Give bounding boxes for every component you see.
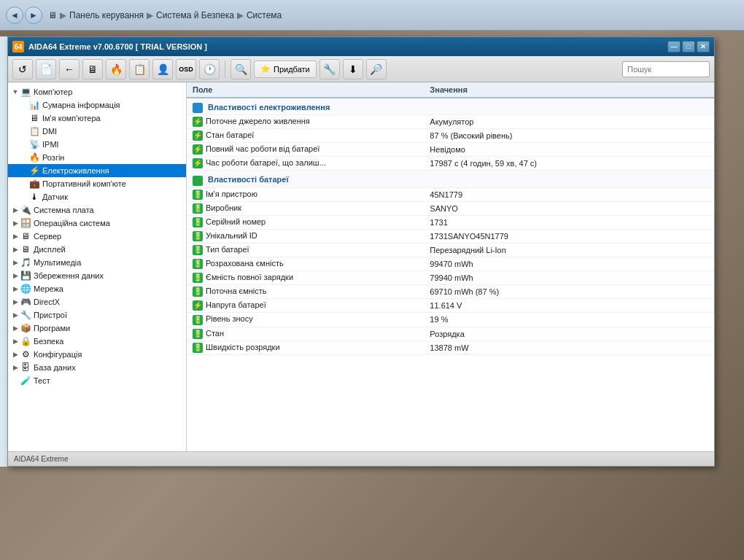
- prop-icon: 🔋: [193, 273, 203, 283]
- prop-icon: 🔋: [193, 217, 203, 228]
- download-button[interactable]: ⬇: [343, 59, 363, 79]
- app-icon: 64: [12, 41, 24, 52]
- magnify-button[interactable]: 🔎: [366, 59, 387, 79]
- column-field: Поле: [187, 82, 424, 98]
- table-row: 🔋Поточна ємність 69710 mWh (87 %): [187, 285, 714, 299]
- clock-button[interactable]: 🕐: [199, 59, 220, 79]
- sidebar-item-power[interactable]: ⚡ Електроживлення: [8, 164, 186, 177]
- security-icon: 🔒: [20, 335, 31, 347]
- portable-icon: 💼: [28, 178, 40, 190]
- sidebar-item-programs[interactable]: ▶ 📦 Програми: [8, 322, 186, 335]
- section-power-properties: Властивості електроживлення: [187, 98, 714, 115]
- sidebar-item-multimedia[interactable]: ▶ 🎵 Мультимедіа: [8, 256, 186, 269]
- sidebar-item-ipmi[interactable]: 📡 IPMI: [8, 138, 186, 151]
- back-button-tb[interactable]: ←: [59, 59, 80, 79]
- sidebar-item-summary[interactable]: 📊 Сумарна інформація: [8, 98, 186, 112]
- power-icon: ⚡: [28, 165, 40, 176]
- tools-button[interactable]: 🔧: [319, 59, 340, 79]
- sidebar-item-database[interactable]: ▶ 🗄 База даних: [8, 361, 186, 374]
- table-row: 🔋Серійний номер 1731: [187, 215, 714, 229]
- monitor-button[interactable]: 🖥: [82, 59, 103, 79]
- purchase-button[interactable]: ⭐ Придбати: [254, 61, 317, 78]
- sidebar-item-computername[interactable]: 🖥 Ім'я комп'ютера: [8, 112, 186, 125]
- devices-icon: 🔧: [20, 309, 31, 321]
- table-row: ⚡Напруга батареї 11.614 V: [187, 299, 714, 313]
- title-bar: 64 AIDA64 Extreme v7.00.6700 [ TRIAL VER…: [8, 37, 714, 56]
- status-bar: AIDA64 Extreme: [8, 451, 714, 466]
- config-icon: ⚙: [20, 349, 31, 360]
- sidebar-item-server[interactable]: ▶ 🖥 Сервер: [8, 230, 186, 243]
- table-row: 🔋Стан Розрядка: [187, 327, 714, 341]
- sidebar-item-network[interactable]: ▶ 🌐 Мережа: [8, 282, 186, 295]
- person-button[interactable]: 👤: [152, 59, 173, 79]
- prop-icon: ⚡: [193, 158, 203, 168]
- copy-button[interactable]: 📋: [129, 59, 150, 79]
- motherboard-icon: 🔌: [20, 204, 31, 216]
- search-input[interactable]: [622, 61, 710, 77]
- sidebar-tree: ▼ 💻 Комп'ютер 📊 Сумарна інформація 🖥 Ім'…: [8, 82, 187, 451]
- sidebar-item-test[interactable]: 🧪 Тест: [8, 374, 186, 387]
- overclock-icon: 🔥: [28, 152, 40, 163]
- table-row: 🔋Ім'я пристрою 45N1779: [187, 187, 714, 201]
- refresh-button[interactable]: ↺: [12, 59, 33, 79]
- table-row: 🔋Рівень зносу 19 %: [187, 313, 714, 327]
- sidebar-item-sensor[interactable]: 🌡 Датчик: [8, 190, 186, 203]
- prop-icon: 🔋: [193, 245, 203, 255]
- computer-icon: 💻: [20, 86, 31, 98]
- section-battery-properties: Властивості батареї: [187, 171, 714, 187]
- prop-icon: ⚡: [193, 117, 203, 127]
- os-icon: 🪟: [20, 217, 31, 229]
- expand-icon: ▼: [11, 88, 20, 96]
- database-icon: 🗄: [20, 362, 31, 373]
- report-button[interactable]: 📄: [36, 59, 56, 79]
- sidebar-item-motherboard[interactable]: ▶ 🔌 Системна плата: [8, 203, 186, 217]
- sidebar-item-overclock[interactable]: 🔥 Розгін: [8, 151, 186, 164]
- test-icon: 🧪: [20, 375, 31, 386]
- multimedia-icon: 🎵: [20, 257, 31, 268]
- sidebar-item-os[interactable]: ▶ 🪟 Операційна система: [8, 217, 186, 230]
- toolbar-separator: [225, 61, 225, 78]
- breadcrumb-icon: 🖥: [48, 10, 57, 20]
- breadcrumb: 🖥 ▶ Панель керування ▶ Система й Безпека…: [48, 10, 282, 20]
- table-row: ⚡Повний час роботи від батареї Невідомо: [187, 143, 714, 157]
- sidebar-item-devices[interactable]: ▶ 🔧 Пристрої: [8, 308, 186, 322]
- sidebar-item-directx[interactable]: ▶ 🎮 DirectX: [8, 295, 186, 308]
- ipmi-icon: 📡: [28, 139, 40, 150]
- search-tb-icon[interactable]: 🔍: [230, 59, 251, 79]
- right-panel: Поле Значення Властивості електроживленн…: [187, 82, 714, 451]
- sidebar-item-computer[interactable]: ▼ 💻 Комп'ютер: [8, 85, 186, 98]
- sidebar-item-storage[interactable]: ▶ 💾 Збереження даних: [8, 269, 186, 282]
- sensor-icon: 🌡: [28, 191, 40, 203]
- content-area: ▼ 💻 Комп'ютер 📊 Сумарна інформація 🖥 Ім'…: [8, 82, 714, 451]
- minimize-button[interactable]: —: [667, 41, 681, 52]
- breadcrumb-security[interactable]: Система й Безпека: [156, 10, 234, 20]
- sidebar-item-config[interactable]: ▶ ⚙ Конфігурація: [8, 348, 186, 361]
- sidebar-item-dmi[interactable]: 📋 DMI: [8, 125, 186, 138]
- forward-button[interactable]: ►: [25, 7, 42, 24]
- sidebar-label-computer: Комп'ютер: [34, 88, 72, 96]
- sidebar-item-display[interactable]: ▶ 🖥 Дисплей: [8, 243, 186, 256]
- storage-icon: 💾: [20, 270, 31, 281]
- prop-icon: 🔋: [193, 203, 203, 214]
- data-table: Поле Значення Властивості електроживленн…: [187, 82, 714, 355]
- sidebar-item-security[interactable]: ▶ 🔒 Безпека: [8, 335, 186, 348]
- breadcrumb-system[interactable]: Система: [247, 10, 282, 20]
- table-row: 🔋Унікальний ID 1731SANYO45N1779: [187, 229, 714, 243]
- window-controls: — □ ✕: [667, 41, 710, 52]
- sidebar-item-portable[interactable]: 💼 Портативний комп'юте: [8, 177, 186, 190]
- aida64-window: 64 AIDA64 Extreme v7.00.6700 [ TRIAL VER…: [7, 36, 715, 467]
- prop-icon: ⚡: [193, 300, 203, 311]
- table-row: 🔋Виробник SANYO: [187, 201, 714, 215]
- table-row: 🔋Розрахована ємність 99470 mWh: [187, 257, 714, 271]
- dmi-icon: 📋: [28, 125, 40, 137]
- back-button[interactable]: ◄: [6, 7, 23, 24]
- computername-icon: 🖥: [28, 112, 40, 124]
- prop-icon: ⚡: [193, 131, 203, 141]
- close-button[interactable]: ✕: [697, 41, 710, 52]
- maximize-button[interactable]: □: [682, 41, 695, 52]
- programs-icon: 📦: [20, 322, 31, 334]
- breadcrumb-panel[interactable]: Панель керування: [69, 10, 144, 20]
- section2-icon: [193, 176, 203, 186]
- osd-button[interactable]: OSD: [176, 59, 196, 79]
- fire-button[interactable]: 🔥: [106, 59, 126, 79]
